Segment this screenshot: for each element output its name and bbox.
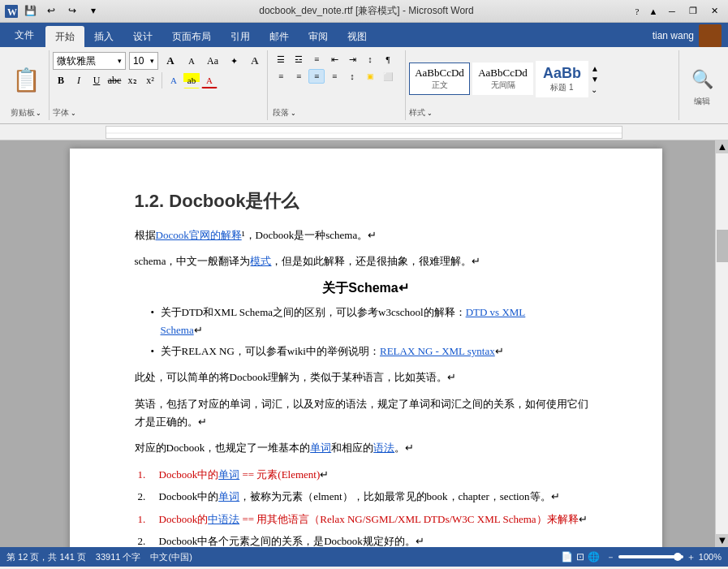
tab-view[interactable]: 视图 xyxy=(338,26,377,47)
italic-button[interactable]: I xyxy=(71,72,87,88)
customize-icon[interactable]: ▾ xyxy=(84,2,102,20)
help-icon[interactable]: ? xyxy=(631,5,644,18)
tab-insert[interactable]: 插入 xyxy=(84,26,123,47)
zoom-out-icon[interactable]: － xyxy=(606,551,615,563)
web-view-icon[interactable]: 🌐 xyxy=(588,551,600,563)
border-button[interactable]: ⬜ xyxy=(380,69,396,84)
clear-format-button[interactable]: ✦ xyxy=(225,52,243,70)
document-view-icons: 📄 ⊡ 🌐 xyxy=(561,551,600,563)
word-link-1[interactable]: 单词 xyxy=(310,442,331,454)
paste-button[interactable]: 📋 xyxy=(8,58,44,101)
paragraph-1: 根据Docook官网的解释¹，Docbook是一种schema。↵ xyxy=(135,226,597,244)
tab-design[interactable]: 设计 xyxy=(123,26,162,47)
font-name-selector[interactable]: 微软雅黑 ▾ xyxy=(53,52,126,70)
styles-down-icon[interactable]: ▼ xyxy=(591,75,599,84)
bullet-list: 关于DTD和XML Schema之间的区别，可以参考w3cschool的解释：D… xyxy=(135,304,597,360)
scroll-down-button[interactable]: ▼ xyxy=(716,534,728,547)
text-effect-button[interactable]: A xyxy=(166,72,182,88)
zoom-controls: － ＋ 100% xyxy=(606,551,722,563)
fullscreen-view-icon[interactable]: ⊡ xyxy=(576,551,584,563)
font-expand-icon[interactable]: ⌄ xyxy=(71,110,76,117)
word-logo-icon: W xyxy=(5,5,18,18)
show-marks-button[interactable]: ¶ xyxy=(380,52,396,67)
line-spacing-button[interactable]: ↕ xyxy=(344,69,360,84)
restore-button[interactable]: ❐ xyxy=(684,3,702,19)
change-case-button[interactable]: Aa xyxy=(204,52,222,70)
zoom-slider[interactable] xyxy=(618,555,683,558)
bullet-item-1: 关于DTD和XML Schema之间的区别，可以参考w3cschool的解释：D… xyxy=(151,304,597,339)
page-area[interactable]: 1.2. Docbook是什么 根据Docook官网的解释¹，Docbook是一… xyxy=(16,140,715,547)
clipboard-group: 📋 剪贴板 ⌄ xyxy=(3,50,50,120)
list-number-button[interactable]: ☲ xyxy=(291,52,307,67)
paragraph-3: 此处，可以简单的将Docbook理解为，类似于某种语言，比如英语。↵ xyxy=(135,369,597,386)
word-count: 33911 个字 xyxy=(96,551,141,563)
dtd-vs-xml-link[interactable]: DTD vs XMLSchema xyxy=(161,306,526,336)
indent-increase-button[interactable]: ⇥ xyxy=(344,52,360,67)
subscript-button[interactable]: x₂ xyxy=(124,72,140,88)
vertical-scrollbar[interactable]: ▲ ▼ xyxy=(715,140,728,547)
clipboard-expand-icon[interactable]: ⌄ xyxy=(36,110,41,117)
align-left-button[interactable]: ≡ xyxy=(273,69,289,84)
style-heading1[interactable]: AaBb 标题 1 xyxy=(536,61,588,97)
align-right-button[interactable]: ≡ xyxy=(326,69,342,84)
num-4: 2. xyxy=(138,532,153,547)
styles-label: 样式 xyxy=(409,107,425,119)
styles-expand-icon[interactable]: ⌄ xyxy=(427,110,433,117)
title-icons: W 💾 ↩ ↪ ▾ xyxy=(5,2,102,20)
tab-mailings[interactable]: 邮件 xyxy=(260,26,299,47)
redo-icon[interactable]: ↪ xyxy=(63,2,81,20)
text-highlight-button[interactable]: ab xyxy=(183,72,200,88)
grammar-link-1[interactable]: 语法 xyxy=(373,442,394,454)
relax-ng-link[interactable]: RELAX NG - XML syntax xyxy=(380,345,495,357)
list-multilevel-button[interactable]: ≡ xyxy=(308,52,325,67)
font-size-selector[interactable]: 10 ▾ xyxy=(129,52,158,70)
page-info: 第 12 页，共 141 页 xyxy=(6,551,86,563)
editing-large-icon[interactable]: 🔍 xyxy=(686,63,718,96)
styles-more-icon[interactable]: ⌄ xyxy=(591,85,599,94)
undo-icon[interactable]: ↩ xyxy=(42,2,60,20)
bg-color-button[interactable]: ▣ xyxy=(362,69,378,84)
list-bullet-button[interactable]: ☰ xyxy=(273,52,289,67)
numbered-list: 1. Docbook中的单词 == 元素(Element)↵ 2. Docboo… xyxy=(135,465,597,547)
zoom-in-icon[interactable]: ＋ xyxy=(687,551,696,563)
word-link-3[interactable]: 单词 xyxy=(218,490,239,502)
styles-up-icon[interactable]: ▲ xyxy=(591,64,599,73)
style-normal[interactable]: AaBbCcDd 正文 xyxy=(409,63,470,95)
docook-link[interactable]: Docook官网的解释 xyxy=(156,229,242,241)
tab-references[interactable]: 引用 xyxy=(221,26,260,47)
align-center-button[interactable]: ≡ xyxy=(291,69,307,84)
word-link-2[interactable]: 单词 xyxy=(218,468,239,481)
font-shrink-button[interactable]: A xyxy=(183,52,200,70)
close-button[interactable]: ✕ xyxy=(705,3,723,19)
tab-home[interactable]: 开始 xyxy=(45,26,84,47)
tab-review[interactable]: 审阅 xyxy=(299,26,338,47)
zoom-level: 100% xyxy=(699,552,722,562)
style-nospace[interactable]: AaBbCcDd 无间隔 xyxy=(472,63,533,95)
scroll-track xyxy=(716,153,728,534)
underline-button[interactable]: U xyxy=(88,72,105,88)
bold-button[interactable]: B xyxy=(53,72,69,88)
strikethrough-button[interactable]: abc xyxy=(106,72,123,88)
scroll-up-button[interactable]: ▲ xyxy=(716,140,728,153)
grammar-link-2[interactable]: 中语法 xyxy=(208,513,239,525)
scroll-thumb[interactable] xyxy=(717,230,728,262)
paragraph-group: ☰ ☲ ≡ ⇤ ⇥ ↕ ¶ ≡ ≡ ≡ ≡ ↕ ▣ ⬜ 段落 ⌄ xyxy=(268,50,406,120)
mode-link[interactable]: 模式 xyxy=(250,255,271,267)
print-view-icon[interactable]: 📄 xyxy=(561,551,573,563)
font-grow-button[interactable]: A xyxy=(162,52,179,70)
ribbon-content: 📋 剪贴板 ⌄ 微软雅黑 ▾ 10 ▾ A A Aa xyxy=(0,47,728,124)
align-justify-button[interactable]: ≡ xyxy=(308,69,325,84)
tab-layout[interactable]: 页面布局 xyxy=(162,26,221,47)
superscript-button[interactable]: x² xyxy=(142,72,158,88)
minimize-button[interactable]: ─ xyxy=(663,3,681,19)
quick-save-icon[interactable]: 💾 xyxy=(21,2,39,20)
paragraph-expand-icon[interactable]: ⌄ xyxy=(291,110,296,117)
text-style-A[interactable]: A xyxy=(246,52,264,70)
tab-file[interactable]: 文件 xyxy=(3,23,45,47)
editing-group: 🔍 编辑 xyxy=(679,50,725,120)
ruler xyxy=(0,124,728,140)
indent-decrease-button[interactable]: ⇤ xyxy=(326,52,342,67)
ribbon-minimize-icon[interactable]: ▲ xyxy=(647,5,660,18)
font-color-button[interactable]: A xyxy=(201,72,218,88)
sort-button[interactable]: ↕ xyxy=(362,52,378,67)
